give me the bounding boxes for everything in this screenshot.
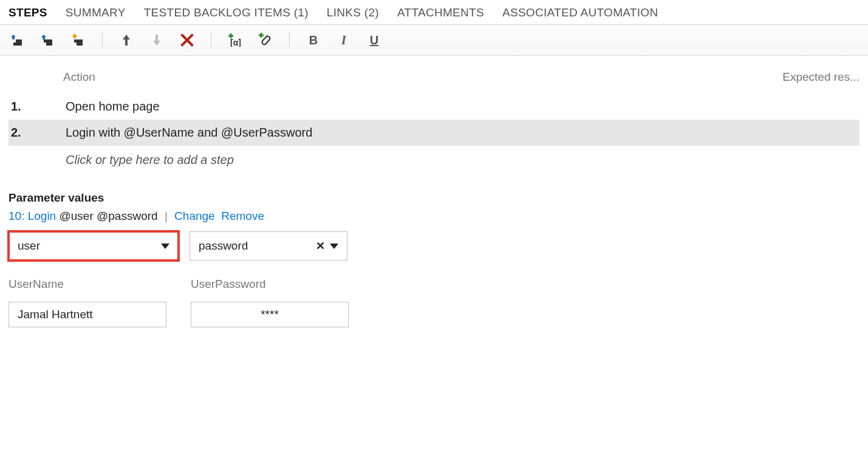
param-map-dropdown-user[interactable]: user	[9, 231, 179, 261]
attachment-icon	[258, 33, 273, 47]
insert-step-after-button[interactable]	[39, 31, 57, 49]
column-expected-header: Expected res...	[782, 70, 859, 84]
parameter-table: UserName Jamal Hartnett UserPassword ***…	[9, 278, 859, 327]
dropdown-value: user	[18, 239, 40, 253]
chevron-down-icon	[161, 244, 169, 249]
add-step-placeholder[interactable]: Click or type here to add a step	[9, 146, 859, 174]
svg-rect-2	[44, 39, 52, 43]
move-down-button[interactable]	[148, 31, 166, 49]
column-number	[9, 70, 63, 84]
steps-header: Action Expected res...	[9, 70, 859, 84]
insert-step-before-icon	[10, 33, 26, 47]
parameter-column-header: UserPassword	[191, 278, 349, 291]
new-shared-step-button[interactable]	[69, 31, 87, 49]
parameter-column-header: UserName	[9, 278, 166, 291]
steps-area: Action Expected res... 1. Open home page…	[0, 56, 868, 180]
tab-steps[interactable]: STEPS	[9, 6, 47, 19]
insert-parameter-button[interactable]: [α]	[226, 31, 244, 49]
step-action[interactable]: Login with @UserName and @UserPassword	[66, 126, 857, 140]
chevron-down-icon	[330, 244, 338, 249]
tab-bar: STEPS SUMMARY TESTED BACKLOG ITEMS (1) L…	[0, 0, 868, 25]
step-number: 1.	[11, 100, 66, 114]
bold-icon: B	[309, 33, 318, 47]
delete-x-icon	[180, 33, 194, 47]
underline-icon: U	[370, 33, 378, 47]
svg-rect-5	[74, 39, 83, 43]
insert-step-after-icon	[40, 33, 56, 47]
move-up-button[interactable]	[117, 31, 135, 49]
toolbar: [α] B I U	[0, 25, 868, 56]
toolbar-separator	[102, 32, 103, 48]
tab-associated-automation[interactable]: ASSOCIATED AUTOMATION	[502, 6, 658, 19]
tab-summary[interactable]: SUMMARY	[66, 6, 126, 19]
svg-rect-0	[16, 39, 22, 43]
remove-link[interactable]: Remove	[221, 210, 264, 222]
parameter-set-line: 10: Login @user @password | Change Remov…	[9, 210, 859, 223]
bold-button[interactable]: B	[304, 31, 323, 49]
arrow-down-icon	[151, 33, 163, 47]
svg-rect-6	[77, 43, 83, 46]
change-link[interactable]: Change	[174, 210, 215, 222]
underline-button[interactable]: U	[365, 31, 383, 49]
parameter-column: UserName Jamal Hartnett	[9, 278, 166, 327]
parameter-values-title: Parameter values	[9, 191, 859, 205]
step-number: 2.	[11, 126, 66, 140]
add-attachment-button[interactable]	[256, 31, 275, 49]
step-action[interactable]: Open home page	[66, 100, 857, 114]
parameter-cell[interactable]: ****	[191, 302, 349, 327]
shared-parameter-link[interactable]: 10: Login	[9, 210, 56, 222]
step-row[interactable]: 2. Login with @UserName and @UserPasswor…	[9, 120, 859, 146]
divider: |	[165, 210, 168, 222]
dropdown-value: password	[199, 239, 248, 253]
parameter-mapping-row: user password ✕	[9, 231, 859, 261]
italic-icon: I	[341, 33, 346, 47]
shared-parameter-args: @user @password	[56, 210, 157, 222]
svg-rect-1	[13, 43, 22, 46]
svg-rect-3	[46, 43, 52, 46]
new-shared-step-icon	[70, 33, 86, 47]
toolbar-separator	[211, 32, 211, 48]
tab-attachments[interactable]: ATTACHMENTS	[397, 6, 484, 19]
italic-button[interactable]: I	[335, 31, 353, 49]
clear-x-icon[interactable]: ✕	[316, 239, 325, 253]
param-map-dropdown-password[interactable]: password ✕	[190, 231, 347, 261]
tab-links[interactable]: LINKS (2)	[327, 6, 379, 19]
insert-parameter-icon: [α]	[227, 33, 243, 47]
step-row[interactable]: 1. Open home page	[9, 94, 859, 120]
svg-text:[α]: [α]	[230, 38, 241, 47]
arrow-up-icon	[120, 33, 132, 47]
tab-tested-backlog-items[interactable]: TESTED BACKLOG ITEMS (1)	[144, 6, 309, 19]
insert-step-before-button[interactable]	[9, 31, 27, 49]
delete-step-button[interactable]	[178, 31, 196, 49]
toolbar-separator	[289, 32, 290, 48]
parameter-values-section: Parameter values 10: Login @user @passwo…	[0, 180, 868, 338]
parameter-cell[interactable]: Jamal Hartnett	[9, 302, 166, 327]
column-action-header: Action	[63, 70, 782, 84]
parameter-column: UserPassword ****	[191, 278, 349, 327]
